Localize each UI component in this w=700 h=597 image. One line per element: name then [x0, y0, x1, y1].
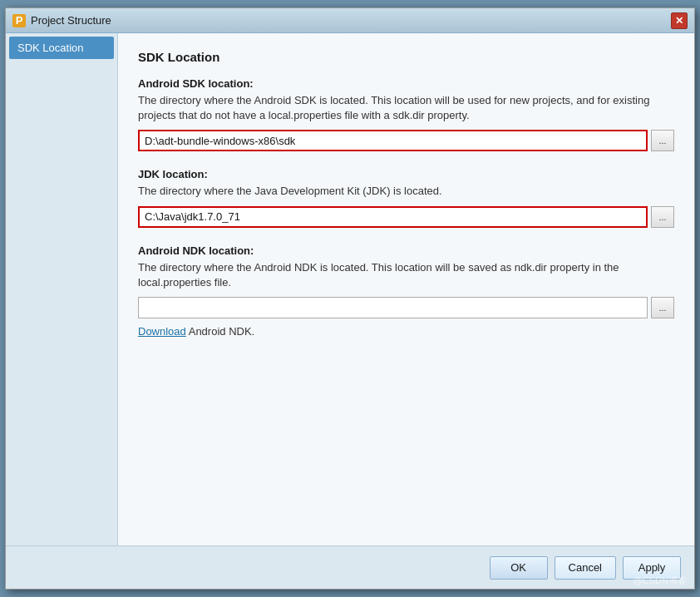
android-sdk-label: Android SDK location:	[138, 77, 674, 90]
jdk-input-row: ...	[138, 206, 674, 228]
android-sdk-browse-button[interactable]: ...	[651, 130, 674, 151]
android-ndk-label: Android NDK location:	[138, 244, 674, 257]
title-bar: P Project Structure ✕	[6, 8, 694, 33]
jdk-input[interactable]	[138, 206, 648, 228]
android-sdk-input-row: ...	[138, 130, 674, 151]
jdk-group: JDK location: The directory where the Ja…	[138, 168, 674, 227]
jdk-description: The directory where the Java Development…	[138, 184, 674, 199]
jdk-label: JDK location:	[138, 168, 674, 180]
sidebar: SDK Location	[6, 33, 118, 545]
jdk-browse-button[interactable]: ...	[651, 206, 674, 228]
download-ndk-suffix: Android NDK.	[186, 325, 254, 338]
sidebar-item-sdk-location[interactable]: SDK Location	[9, 37, 114, 59]
android-ndk-input[interactable]	[138, 297, 648, 318]
watermark: @CSDN博客	[633, 575, 687, 587]
ok-button[interactable]: OK	[490, 556, 548, 580]
android-ndk-browse-button[interactable]: ...	[651, 297, 674, 318]
dialog-body: SDK Location SDK Location Android SDK lo…	[6, 33, 694, 545]
download-ndk-link[interactable]: Download	[138, 325, 186, 338]
android-sdk-input[interactable]	[138, 130, 648, 151]
dialog-icon: P	[12, 14, 26, 27]
dialog-footer: OK Cancel Apply	[6, 545, 694, 589]
section-title: SDK Location	[138, 50, 674, 64]
android-ndk-input-row: ...	[138, 297, 674, 318]
android-ndk-group: Android NDK location: The directory wher…	[138, 244, 674, 338]
cancel-button[interactable]: Cancel	[555, 556, 616, 580]
close-button[interactable]: ✕	[671, 12, 688, 29]
project-structure-dialog: P Project Structure ✕ SDK Location SDK L…	[5, 7, 695, 590]
dialog-title: Project Structure	[31, 14, 111, 27]
android-ndk-description: The directory where the Android NDK is l…	[138, 260, 674, 290]
download-ndk-line: Download Android NDK.	[138, 325, 674, 338]
title-bar-left: P Project Structure	[12, 14, 111, 27]
main-content: SDK Location Android SDK location: The d…	[118, 33, 694, 545]
android-sdk-description: The directory where the Android SDK is l…	[138, 93, 674, 123]
android-sdk-group: Android SDK location: The directory wher…	[138, 77, 674, 151]
